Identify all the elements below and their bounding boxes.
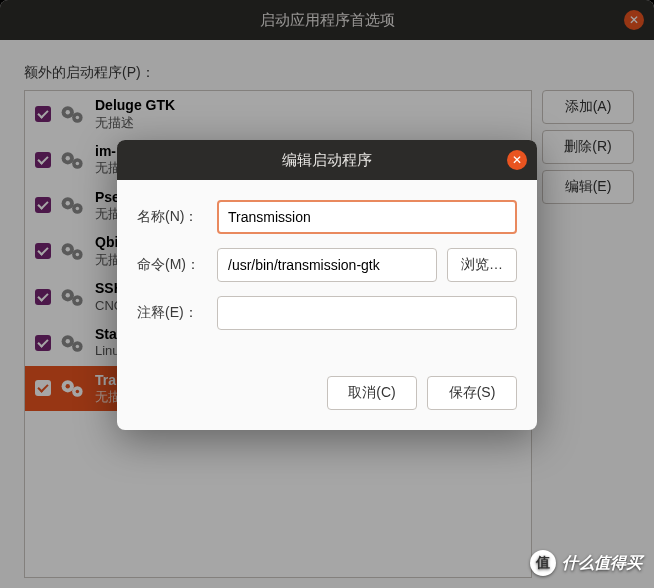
command-label: 命令(M)： — [137, 256, 207, 274]
name-input[interactable] — [217, 200, 517, 234]
comment-input[interactable] — [217, 296, 517, 330]
name-label: 名称(N)： — [137, 208, 207, 226]
browse-button[interactable]: 浏览… — [447, 248, 517, 282]
name-row: 名称(N)： — [137, 200, 517, 234]
comment-row: 注释(E)： — [137, 296, 517, 330]
modal-overlay: 编辑启动程序 ✕ 名称(N)： 命令(M)： 浏览… 注释(E)： 取消(C) … — [0, 0, 654, 588]
watermark-badge-icon: 值 — [530, 550, 556, 576]
dialog-titlebar: 编辑启动程序 ✕ — [117, 140, 537, 180]
dialog-actions: 取消(C) 保存(S) — [117, 364, 537, 430]
cancel-button[interactable]: 取消(C) — [327, 376, 417, 410]
save-button[interactable]: 保存(S) — [427, 376, 517, 410]
dialog-body: 名称(N)： 命令(M)： 浏览… 注释(E)： — [117, 180, 537, 364]
edit-startup-dialog: 编辑启动程序 ✕ 名称(N)： 命令(M)： 浏览… 注释(E)： 取消(C) … — [117, 140, 537, 430]
dialog-close-icon[interactable]: ✕ — [507, 150, 527, 170]
command-row: 命令(M)： 浏览… — [137, 248, 517, 282]
watermark-text: 什么值得买 — [562, 553, 642, 574]
comment-label: 注释(E)： — [137, 304, 207, 322]
watermark: 值 什么值得买 — [530, 550, 642, 576]
command-input[interactable] — [217, 248, 437, 282]
dialog-title: 编辑启动程序 — [282, 151, 372, 170]
